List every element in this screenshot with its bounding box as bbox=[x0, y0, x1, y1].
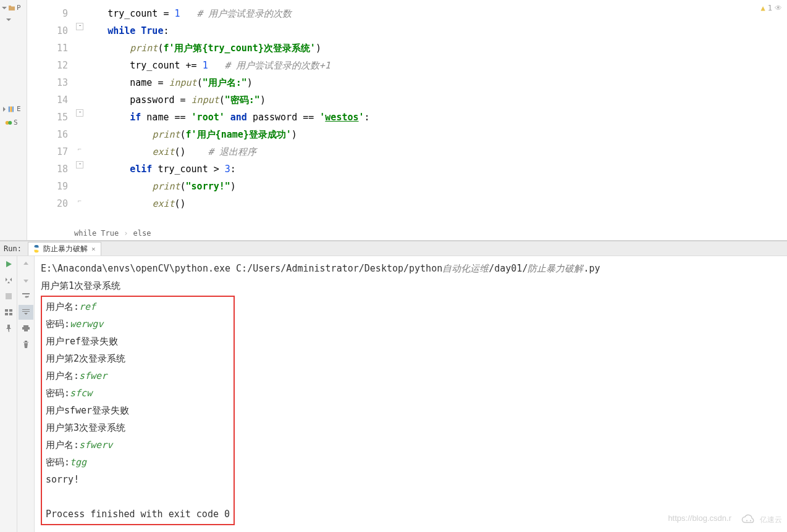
code-line[interactable]: print(f'用户第{try_count}次登录系统') bbox=[85, 39, 787, 57]
line-number-gutter: 91011121314151617181920 bbox=[27, 0, 74, 240]
chevron-right-icon[interactable] bbox=[2, 107, 7, 112]
code-line[interactable]: try_count += 1 # 用户尝试登录的次数+1 bbox=[85, 57, 787, 74]
line-number: 11 bbox=[27, 39, 68, 57]
highlighted-output-box: 用户名:ref密码:werwgv用户ref登录失败用户第2次登录系统用户名:sf… bbox=[41, 296, 235, 525]
print-button[interactable] bbox=[19, 321, 33, 336]
scratches[interactable]: S bbox=[0, 117, 27, 128]
code-line[interactable]: print("sorry!") bbox=[85, 178, 787, 195]
layout-button[interactable] bbox=[1, 305, 16, 320]
output-line: 用户第3次登录系统 bbox=[46, 419, 230, 436]
console-output[interactable]: E:\Anaconda\envs\openCV\python.exe C:/Us… bbox=[35, 256, 787, 532]
output-line: 密码:tgg bbox=[46, 454, 230, 471]
run-toolbar-secondary bbox=[17, 256, 35, 532]
svg-rect-10 bbox=[23, 325, 28, 327]
fold-column: ⌐⌐ bbox=[74, 0, 85, 240]
command-line: E:\Anaconda\envs\openCV\python.exe C:/Us… bbox=[41, 260, 781, 277]
output-line: 用户第2次登录系统 bbox=[46, 350, 230, 367]
code-area[interactable]: 91011121314151617181920 ⌐⌐ try_count = 1… bbox=[27, 0, 787, 240]
line-number: 13 bbox=[27, 74, 68, 91]
code-line[interactable]: try_count = 1 # 用户尝试登录的次数 bbox=[85, 5, 787, 22]
svg-point-13 bbox=[746, 520, 747, 521]
project-folder[interactable]: P bbox=[0, 2, 27, 13]
output-line: 密码:werwgv bbox=[46, 315, 230, 333]
rerun-button[interactable] bbox=[1, 257, 16, 272]
project-subfolder[interactable] bbox=[0, 16, 27, 23]
line-number: 20 bbox=[27, 195, 68, 212]
stop-button[interactable] bbox=[1, 289, 16, 304]
output-line: 用户sfwer登录失败 bbox=[46, 402, 230, 419]
warning-icon: ▲ bbox=[761, 4, 765, 12]
chevron-right-icon: › bbox=[124, 229, 128, 238]
close-icon[interactable]: × bbox=[90, 245, 97, 253]
svg-rect-8 bbox=[5, 313, 8, 315]
inspection-indicators[interactable]: ▲ 1 👁 bbox=[761, 4, 782, 12]
fold-toggle[interactable] bbox=[76, 161, 83, 168]
output-line: 密码:sfcw bbox=[46, 384, 230, 402]
delete-button[interactable] bbox=[19, 337, 33, 352]
code-content[interactable]: try_count = 1 # 用户尝试登录的次数 while True: pr… bbox=[85, 0, 787, 240]
soft-wrap-button[interactable] bbox=[19, 289, 33, 304]
code-line[interactable]: exit() bbox=[85, 195, 787, 212]
output-line: 用户名:sfwerv bbox=[46, 436, 230, 454]
scratch-icon bbox=[5, 119, 12, 127]
breadcrumb-item[interactable]: while True bbox=[74, 229, 119, 238]
scroll-to-end-button[interactable] bbox=[19, 305, 33, 320]
code-line[interactable]: name = input("用户名:") bbox=[85, 74, 787, 91]
output-line: 用户名:sfwer bbox=[46, 367, 230, 384]
run-toolbar-primary bbox=[0, 256, 17, 532]
svg-rect-9 bbox=[9, 313, 12, 315]
watermark-url: https://blog.csdn.r bbox=[668, 510, 731, 527]
svg-rect-0 bbox=[9, 106, 10, 112]
code-line[interactable]: exit() # 退出程序 bbox=[85, 143, 787, 160]
chevron-down-icon[interactable] bbox=[2, 6, 7, 10]
chevron-down-icon[interactable] bbox=[6, 17, 11, 22]
run-label: Run: bbox=[0, 244, 25, 253]
line-number: 14 bbox=[27, 91, 68, 109]
run-tab-name: 防止暴力破解 bbox=[43, 244, 88, 254]
svg-point-4 bbox=[8, 121, 12, 125]
output-line: 用户名:ref bbox=[46, 298, 230, 315]
output-line: sorry! bbox=[46, 471, 230, 488]
code-line[interactable]: if name == 'root' and password == 'westo… bbox=[85, 109, 787, 126]
up-button[interactable] bbox=[19, 257, 33, 272]
svg-point-14 bbox=[750, 520, 751, 521]
pin-button[interactable] bbox=[1, 321, 16, 336]
line-number: 17 bbox=[27, 143, 68, 160]
fold-toggle[interactable] bbox=[76, 109, 83, 117]
svg-rect-1 bbox=[11, 106, 12, 112]
line-number: 16 bbox=[27, 126, 68, 143]
watermark-brand: 亿速云 bbox=[740, 511, 782, 528]
warning-count: 1 bbox=[768, 4, 772, 12]
external-libs[interactable]: E bbox=[0, 104, 27, 114]
svg-rect-12 bbox=[24, 329, 28, 331]
output-line bbox=[46, 488, 230, 505]
code-line[interactable]: while True: bbox=[85, 22, 787, 39]
project-panel: P E S bbox=[0, 0, 27, 240]
line-number: 19 bbox=[27, 178, 68, 195]
run-panel: Run: 防止暴力破解 × bbox=[0, 241, 787, 532]
line-number: 12 bbox=[27, 57, 68, 74]
svg-rect-2 bbox=[12, 106, 14, 112]
svg-rect-5 bbox=[6, 293, 12, 299]
cloud-icon bbox=[740, 514, 757, 525]
svg-rect-7 bbox=[9, 309, 12, 312]
output-line: 用户第1次登录系统 bbox=[41, 277, 781, 294]
python-file-icon bbox=[32, 244, 41, 253]
run-tab-bar: Run: 防止暴力破解 × bbox=[0, 241, 787, 256]
folder-icon bbox=[8, 5, 15, 11]
breadcrumb[interactable]: while True › else bbox=[74, 227, 151, 240]
svg-rect-6 bbox=[5, 309, 8, 312]
fold-toggle[interactable] bbox=[76, 23, 83, 30]
code-line[interactable]: password = input("密码:") bbox=[85, 91, 787, 109]
breadcrumb-item[interactable]: else bbox=[133, 229, 151, 238]
run-tab[interactable]: 防止暴力破解 × bbox=[28, 242, 101, 256]
line-number: 9 bbox=[27, 5, 68, 22]
settings-button[interactable] bbox=[1, 273, 16, 288]
code-line[interactable]: elif try_count > 3: bbox=[85, 160, 787, 178]
inspection-eye-icon: 👁 bbox=[775, 4, 782, 12]
down-button[interactable] bbox=[19, 273, 33, 288]
code-line[interactable]: print(f'用户{name}登录成功') bbox=[85, 126, 787, 143]
output-line: Process finished with exit code 0 bbox=[46, 505, 230, 523]
line-number: 18 bbox=[27, 160, 68, 178]
line-number: 15 bbox=[27, 109, 68, 126]
